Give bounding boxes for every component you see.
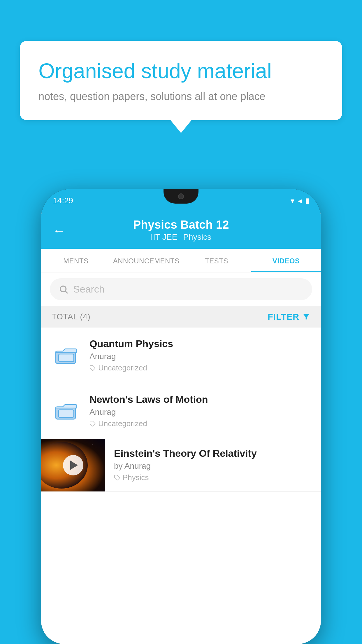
tab-tests[interactable]: TESTS <box>182 249 252 272</box>
video-thumbnail-3 <box>41 439 105 491</box>
filter-bar: TOTAL (4) FILTER <box>41 306 321 328</box>
tabs-bar: MENTS ANNOUNCEMENTS TESTS VIDEOS <box>41 249 321 272</box>
battery-icon: ▮ <box>305 196 309 205</box>
search-input[interactable]: Search <box>73 284 105 295</box>
folder-icon-2 <box>55 398 78 422</box>
tag-icon-3 <box>114 475 120 481</box>
signal-icon: ◂ <box>298 196 302 205</box>
tab-announcements[interactable]: ANNOUNCEMENTS <box>111 249 182 272</box>
wifi-icon: ▾ <box>291 196 294 205</box>
tab-videos[interactable]: VIDEOS <box>251 249 321 272</box>
total-count: TOTAL (4) <box>52 312 90 321</box>
video-info-3: Einstein's Theory Of Relativity by Anura… <box>105 439 321 491</box>
header-subtitle-physics: Physics <box>183 232 211 242</box>
svg-rect-7 <box>59 410 74 417</box>
search-box[interactable]: Search <box>50 278 312 300</box>
video-item-3[interactable]: Einstein's Theory Of Relativity by Anura… <box>41 439 321 492</box>
notch <box>164 189 198 204</box>
play-button-3[interactable] <box>63 455 83 475</box>
video-author-1: Anurag <box>89 352 310 361</box>
video-thumb-1 <box>52 340 81 369</box>
phone-inner: 14:29 ▾ ◂ ▮ ← Physics Batch 12 IIT JEE P… <box>41 189 321 644</box>
search-icon <box>59 284 68 294</box>
app-header: ← Physics Batch 12 IIT JEE Physics <box>41 212 321 249</box>
svg-line-1 <box>66 291 67 293</box>
video-title-3: Einstein's Theory Of Relativity <box>114 448 312 459</box>
video-tag-2: Uncategorized <box>89 419 310 428</box>
search-container: Search <box>41 272 321 306</box>
video-title-1: Quantum Physics <box>89 338 310 349</box>
status-bar: 14:29 ▾ ◂ ▮ <box>41 189 321 212</box>
folder-icon-1 <box>55 343 78 366</box>
header-title: Physics Batch 12 <box>133 218 229 231</box>
phone-screen: ← Physics Batch 12 IIT JEE Physics MENTS… <box>41 212 321 644</box>
svg-marker-2 <box>303 314 310 320</box>
filter-button[interactable]: FILTER <box>268 312 310 322</box>
back-button[interactable]: ← <box>53 223 66 238</box>
video-author-2: Anurag <box>89 407 310 417</box>
speech-bubble-card: Organised study material notes, question… <box>20 41 342 120</box>
video-thumb-2 <box>52 396 81 425</box>
status-icons: ▾ ◂ ▮ <box>291 196 309 205</box>
camera <box>178 193 184 199</box>
speech-bubble-area: Organised study material notes, question… <box>20 41 342 133</box>
video-tag-text-1: Uncategorized <box>98 363 147 372</box>
video-item-2[interactable]: Newton's Laws of Motion Anurag Uncategor… <box>41 383 321 439</box>
filter-icon <box>302 313 310 321</box>
video-info-2: Newton's Laws of Motion Anurag Uncategor… <box>89 394 310 428</box>
video-list: Quantum Physics Anurag Uncategorized <box>41 328 321 644</box>
video-author-3: by Anurag <box>114 461 312 471</box>
video-tag-3: Physics <box>114 473 312 482</box>
video-tag-text-2: Uncategorized <box>98 419 147 428</box>
tab-ments[interactable]: MENTS <box>41 249 111 272</box>
play-triangle-icon <box>70 461 78 470</box>
phone-frame: 14:29 ▾ ◂ ▮ ← Physics Batch 12 IIT JEE P… <box>41 189 321 644</box>
tag-icon-1 <box>89 365 96 371</box>
video-tag-text-3: Physics <box>123 473 149 482</box>
tag-icon-2 <box>89 421 96 427</box>
header-subtitle: IIT JEE Physics <box>151 232 211 242</box>
bubble-title: Organised study material <box>38 58 324 83</box>
filter-label: FILTER <box>268 312 299 322</box>
header-subtitle-iitjee: IIT JEE <box>151 232 177 242</box>
video-item-1[interactable]: Quantum Physics Anurag Uncategorized <box>41 328 321 383</box>
video-title-2: Newton's Laws of Motion <box>89 394 310 405</box>
video-info-1: Quantum Physics Anurag Uncategorized <box>89 338 310 372</box>
svg-rect-4 <box>59 354 74 362</box>
bubble-tail <box>171 120 191 133</box>
video-tag-1: Uncategorized <box>89 363 310 372</box>
bubble-subtitle: notes, question papers, solutions all at… <box>38 90 324 103</box>
status-time: 14:29 <box>53 196 73 205</box>
